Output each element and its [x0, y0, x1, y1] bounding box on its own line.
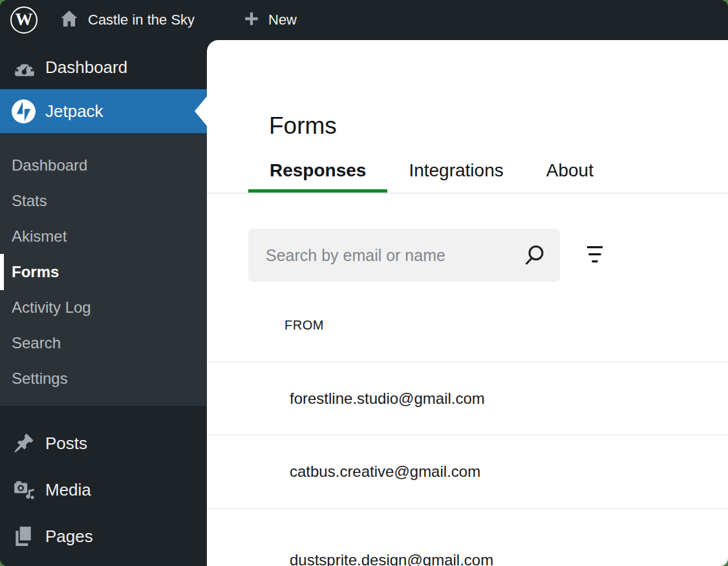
sidebar-item-label: Media — [45, 480, 91, 500]
tab-label: About — [546, 160, 594, 181]
filter-button[interactable] — [582, 242, 608, 268]
media-icon — [13, 479, 36, 500]
filter-icon — [586, 246, 603, 266]
response-from-email: dustsprite.design@gmail.com — [290, 551, 493, 566]
response-from-email: catbus.creative@gmail.com — [290, 463, 480, 481]
sidebar-item-media[interactable]: Media — [0, 466, 207, 513]
current-item-indicator — [0, 254, 4, 290]
pages-icon — [13, 525, 34, 547]
sidebar-item-jetpack[interactable]: Jetpack — [0, 89, 207, 133]
search-box — [248, 229, 560, 282]
tab-bar: Responses Integrations About — [207, 149, 728, 194]
new-content-button[interactable]: New — [243, 0, 297, 40]
site-name: Castle in the Sky — [88, 12, 195, 28]
submenu-item-label: Forms — [12, 263, 59, 281]
jetpack-submenu: Dashboard Stats Akismet Forms Activity L… — [0, 133, 207, 406]
tab-label: Responses — [270, 160, 366, 181]
submenu-item-forms[interactable]: Forms — [0, 254, 207, 289]
admin-sidebar: Dashboard Jetpack Dashboard Stats Akisme… — [0, 40, 207, 566]
table-row[interactable]: catbus.creative@gmail.com — [207, 434, 728, 508]
submenu-item-dashboard[interactable]: Dashboard — [0, 147, 207, 183]
table-row[interactable]: forestline.studio@gmail.com — [207, 361, 728, 434]
jetpack-icon — [12, 100, 36, 123]
search-icon[interactable] — [522, 244, 546, 267]
site-home-link[interactable]: Castle in the Sky — [59, 0, 195, 40]
dashboard-gauge-icon — [13, 57, 36, 78]
selected-menu-arrow — [195, 96, 207, 126]
forms-page-panel: Forms Responses Integrations About — [207, 40, 728, 566]
search-input[interactable] — [248, 229, 560, 282]
admin-bar: W Castle in the Sky New — [0, 0, 728, 40]
sidebar-item-dashboard[interactable]: Dashboard — [0, 45, 207, 89]
submenu-item-stats[interactable]: Stats — [0, 183, 207, 218]
pin-icon — [13, 432, 35, 454]
table-row[interactable]: dustsprite.design@gmail.com — [207, 508, 728, 566]
tab-integrations[interactable]: Integrations — [387, 149, 524, 193]
sidebar-item-label: Posts — [45, 434, 87, 454]
column-header-from: FROM — [284, 318, 324, 333]
submenu-item-activity-log[interactable]: Activity Log — [0, 289, 207, 325]
submenu-item-label: Search — [12, 334, 61, 352]
submenu-item-akismet[interactable]: Akismet — [0, 218, 207, 254]
submenu-item-label: Dashboard — [12, 156, 87, 174]
submenu-item-label: Stats — [12, 192, 47, 210]
page-title: Forms — [269, 112, 337, 140]
sidebar-item-label: Jetpack — [45, 101, 103, 121]
submenu-item-label: Activity Log — [12, 299, 91, 317]
tab-responses[interactable]: Responses — [248, 149, 387, 193]
sidebar-item-posts[interactable]: Posts — [0, 420, 207, 466]
home-icon — [59, 9, 79, 31]
submenu-item-settings[interactable]: Settings — [0, 361, 207, 396]
wordpress-admin-window: W Castle in the Sky New — [0, 0, 728, 566]
plus-icon — [243, 10, 260, 30]
sidebar-item-label: Pages — [45, 527, 93, 547]
search-row — [248, 229, 608, 282]
submenu-item-label: Akismet — [12, 227, 67, 246]
responses-table: forestline.studio@gmail.com catbus.creat… — [207, 361, 728, 566]
tab-label: Integrations — [409, 160, 503, 181]
new-label: New — [268, 12, 297, 28]
wordpress-logo-letter: W — [16, 11, 33, 28]
submenu-item-search[interactable]: Search — [0, 325, 207, 361]
sidebar-item-label: Dashboard — [45, 58, 127, 78]
tab-about[interactable]: About — [525, 149, 615, 193]
wordpress-logo-icon[interactable]: W — [10, 6, 37, 34]
submenu-item-label: Settings — [12, 370, 68, 388]
sidebar-item-pages[interactable]: Pages — [0, 513, 207, 560]
response-from-email: forestline.studio@gmail.com — [290, 390, 485, 408]
